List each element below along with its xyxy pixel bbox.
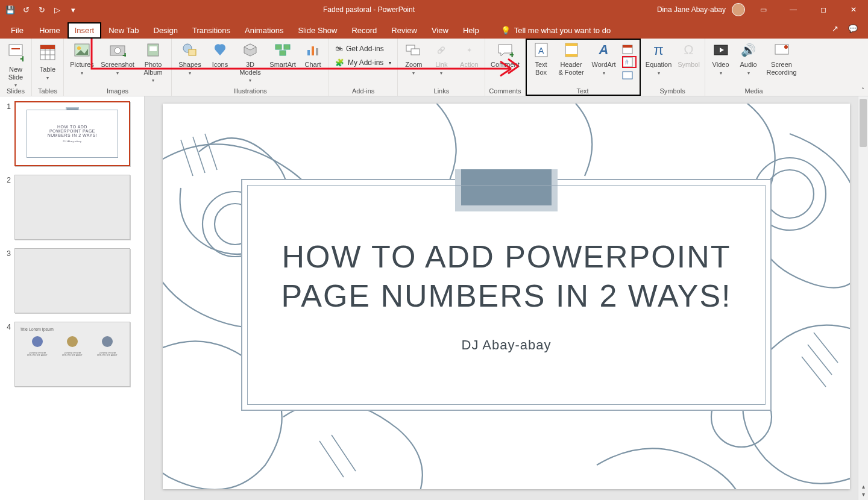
equation-icon: π — [650, 41, 668, 59]
table-button[interactable]: Table ▾ — [36, 41, 60, 81]
thumb-number: 4 — [2, 322, 11, 387]
svg-rect-20 — [280, 51, 286, 55]
svg-line-48 — [802, 357, 826, 387]
zoom-button[interactable]: Zoom▾ — [401, 41, 426, 76]
group-images: Pictures▾ ✚ Screenshot▾ Photo Album▾ Ima… — [64, 39, 172, 96]
header-footer-icon — [562, 41, 580, 59]
tab-record[interactable]: Record — [344, 22, 384, 39]
3d-models-button[interactable]: 3D Models▾ — [236, 41, 265, 83]
vertical-scrollbar[interactable]: ▴ ▾ — [858, 96, 868, 500]
tab-transitions[interactable]: Transitions — [185, 22, 237, 39]
close-button[interactable]: ✕ — [841, 1, 866, 19]
slide-title-container[interactable]: HOW TO ADD POWERPOINT PAGE NUMBERS IN 2 … — [241, 179, 772, 411]
tell-me-search[interactable]: 💡 Tell me what you want to do — [496, 22, 615, 39]
slide-title-text[interactable]: HOW TO ADD POWERPOINT PAGE NUMBERS IN 2 … — [266, 237, 747, 316]
get-addins-button[interactable]: 🛍Get Add-ins — [333, 42, 394, 55]
window-title: Faded pastoral - PowerPoint — [83, 5, 655, 14]
avatar[interactable] — [732, 3, 745, 16]
svg-point-43 — [766, 170, 814, 218]
title-bar: 💾 ↺ ↻ ▷ ▾ Faded pastoral - PowerPoint Di… — [0, 0, 868, 19]
screenshot-button[interactable]: ✚ Screenshot▾ — [100, 41, 135, 76]
photo-album-button[interactable]: Photo Album▾ — [139, 41, 168, 83]
shapes-button[interactable]: Shapes▾ — [175, 41, 204, 76]
chart-icon — [304, 41, 322, 59]
video-button[interactable]: Video▾ — [709, 41, 733, 76]
group-addins: 🛍Get Add-ins 🧩My Add-ins▾ Add-ins — [329, 39, 398, 96]
text-box-button[interactable]: AText Box — [529, 41, 553, 76]
group-links: Zoom▾ 🔗Link▾ ✦Action Links — [398, 39, 485, 96]
ribbon-display-options-icon[interactable]: ▭ — [751, 1, 775, 19]
audio-icon: 🔊 — [740, 41, 758, 59]
tab-slideshow[interactable]: Slide Show — [291, 22, 344, 39]
maximize-button[interactable]: ◻ — [811, 1, 835, 19]
text-box-icon: A — [532, 41, 550, 59]
tab-review[interactable]: Review — [384, 22, 424, 39]
tab-home[interactable]: Home — [32, 22, 68, 39]
comment-button[interactable]: ✚Comment — [491, 41, 520, 69]
share-icon[interactable]: ↗ — [828, 22, 841, 35]
start-from-beginning-icon[interactable]: ▷ — [51, 3, 64, 16]
next-slide-icon[interactable]: ▾ — [862, 491, 865, 498]
svg-rect-18 — [275, 45, 281, 49]
work-area: 1 HOW TO ADD POWERPOINT PAGE NUMBERS IN … — [0, 96, 868, 500]
svg-line-50 — [814, 333, 838, 363]
undo-icon[interactable]: ↺ — [19, 3, 33, 16]
redo-icon[interactable]: ↻ — [35, 3, 48, 16]
tab-animations[interactable]: Animations — [237, 22, 291, 39]
slide-canvas-area[interactable]: HOW TO ADD POWERPOINT PAGE NUMBERS IN 2 … — [145, 96, 868, 500]
group-text: AText Box Header & Footer AWordArt▾ # Te… — [526, 39, 641, 96]
slide-number-button[interactable]: # — [622, 56, 637, 68]
slide-thumbnail-panel[interactable]: 1 HOW TO ADD POWERPOINT PAGE NUMBERS IN … — [0, 96, 145, 500]
scrollbar-thumb[interactable] — [860, 99, 867, 147]
qat-more-icon[interactable]: ▾ — [66, 3, 80, 16]
wordart-button[interactable]: AWordArt▾ — [590, 41, 618, 76]
smartart-button[interactable]: SmartArt — [268, 41, 297, 69]
user-name[interactable]: Dina Jane Abay-abay — [657, 5, 726, 14]
equation-button[interactable]: πEquation▾ — [644, 41, 673, 76]
save-icon[interactable]: 💾 — [4, 3, 17, 16]
tab-view[interactable]: View — [424, 22, 456, 39]
svg-rect-1 — [11, 48, 20, 49]
collapse-ribbon-icon[interactable]: ˄ — [861, 87, 864, 93]
screen-recording-button[interactable]: Screen Recording — [764, 41, 799, 76]
group-slides: ✚ New Slide ▾ Slides — [0, 39, 32, 96]
pictures-button[interactable]: Pictures▾ — [68, 41, 96, 76]
audio-button[interactable]: 🔊Audio▾ — [737, 41, 761, 76]
action-icon: ✦ — [460, 41, 478, 59]
slide[interactable]: HOW TO ADD POWERPOINT PAGE NUMBERS IN 2 … — [163, 104, 850, 489]
photo-album-icon — [144, 41, 162, 59]
svg-line-52 — [332, 435, 356, 471]
date-time-button[interactable] — [622, 42, 637, 55]
link-icon: 🔗 — [432, 41, 450, 59]
smartart-icon — [274, 41, 292, 59]
comments-pane-icon[interactable]: 💬 — [846, 22, 860, 35]
ribbon-tabs: File Home Insert New Tab Design Transiti… — [0, 19, 868, 39]
svg-point-10 — [77, 46, 81, 50]
slide-thumbnail-4[interactable]: Title Lorem Ipsum LOREM IPSUM DOLOR SIT … — [14, 322, 130, 387]
new-slide-button[interactable]: ✚ New Slide ▾ — [4, 41, 28, 88]
svg-text:✚: ✚ — [20, 55, 24, 61]
table-icon — [38, 41, 57, 64]
tab-file[interactable]: File — [2, 22, 32, 39]
header-footer-button[interactable]: Header & Footer — [557, 41, 586, 76]
object-button[interactable] — [622, 69, 637, 82]
slide-subtitle-text[interactable]: DJ Abay-abay — [462, 337, 552, 353]
icons-button[interactable]: Icons — [208, 41, 232, 69]
tab-newtab[interactable]: New Tab — [101, 22, 146, 39]
tab-help[interactable]: Help — [456, 22, 486, 39]
screenshot-icon: ✚ — [108, 41, 127, 59]
tab-insert[interactable]: Insert — [68, 22, 102, 39]
prev-slide-icon[interactable]: ▴ — [862, 483, 865, 490]
group-media: Video▾ 🔊Audio▾ Screen Recording Media — [705, 39, 803, 96]
svg-rect-0 — [9, 45, 22, 55]
tab-design[interactable]: Design — [146, 22, 185, 39]
my-addins-button[interactable]: 🧩My Add-ins▾ — [333, 56, 394, 69]
slide-thumbnail-2[interactable] — [14, 175, 130, 240]
quick-access-toolbar: 💾 ↺ ↻ ▷ ▾ — [0, 3, 83, 16]
slide-thumbnail-1[interactable]: HOW TO ADD POWERPOINT PAGE NUMBERS IN 2 … — [14, 101, 130, 166]
svg-text:✚: ✚ — [122, 52, 126, 57]
link-button: 🔗Link▾ — [429, 41, 453, 76]
minimize-button[interactable]: — — [781, 1, 805, 19]
slide-thumbnail-3[interactable] — [14, 248, 130, 313]
chart-button[interactable]: Chart — [301, 41, 325, 69]
